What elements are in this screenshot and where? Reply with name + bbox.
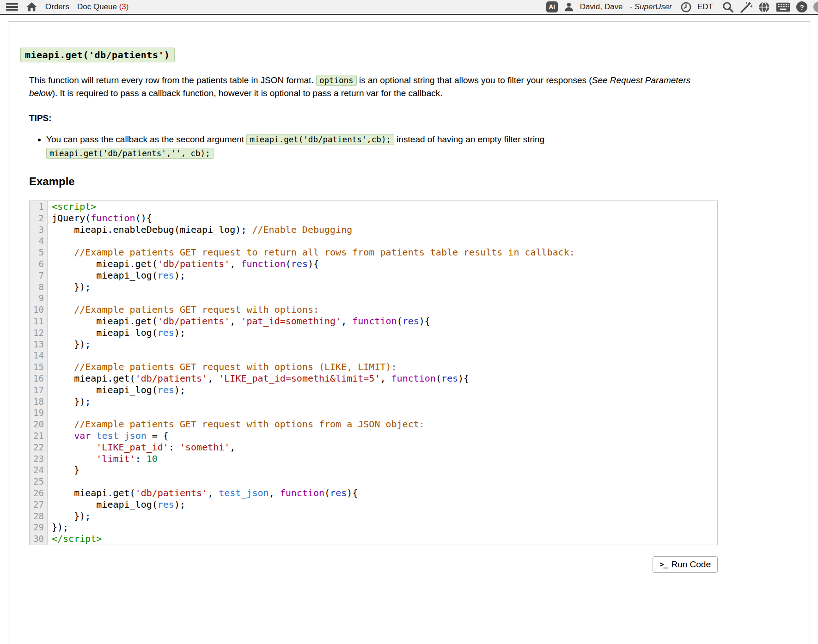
inline-code-empty-filter: mieapi.get('db/patients','', cb); [46,148,214,159]
tip-text-1: You can pass the callback as the second … [46,134,246,144]
code-line: 28 }); [30,510,717,522]
line-number: 21 [30,430,48,442]
code-line: 12 mieapi_log(res); [30,327,717,339]
code-line: 19 [30,407,717,419]
code-line-text: var test_json = { [48,430,169,442]
tip-text-2: instead of having an empty filter string [394,134,544,144]
tip-item: You can pass the callback as the second … [46,133,699,160]
inline-code-options: options [316,75,357,86]
doc-queue-count-badge: (3) [119,2,129,11]
code-line-text: }); [48,522,68,533]
code-line: 13 }); [30,339,717,350]
magic-wand-icon[interactable] [740,1,752,13]
topbar-left: Orders Doc Queue (3) [0,1,128,12]
code-line-text [48,235,52,247]
line-number: 24 [30,464,48,476]
line-number: 20 [30,419,48,430]
code-line: 5 //Example patients GET request to retu… [30,247,717,258]
run-code-button[interactable]: >_Run Code [653,556,718,573]
code-line-text [48,292,52,304]
ai-badge[interactable]: AI [546,1,558,12]
line-number: 12 [30,327,48,339]
globe-icon[interactable] [758,1,770,13]
code-line: 1<script> [30,201,717,213]
line-number: 17 [30,384,48,396]
clock-icon [681,2,691,12]
line-number: 26 [30,487,48,499]
code-line: 29}); [30,522,717,533]
nav-orders[interactable]: Orders [45,2,69,12]
nav-doc-queue[interactable]: Doc Queue (3) [77,2,129,12]
line-number: 30 [30,533,48,545]
intro-text-2: is an optional string that allows you to… [357,75,592,85]
code-line-text: }); [48,339,91,350]
line-number: 5 [30,247,48,258]
code-line-text: }); [48,281,91,293]
code-line: 30</script> [30,533,717,545]
inline-code-callback-second-arg: mieapi.get('db/patients',cb); [246,134,394,145]
doc-queue-label: Doc Queue [77,2,117,11]
line-number: 23 [30,453,48,465]
code-line-text: //Example patients GET request with opti… [48,304,319,316]
line-number: 10 [30,304,48,316]
intro-paragraph: This function will return every row from… [29,74,718,99]
code-line: 18 }); [30,396,717,407]
code-line-text: <script> [48,201,96,213]
code-line: 2jQuery(function(){ [30,213,717,224]
code-line-text: mieapi.get('db/patients', function(res){ [48,258,319,270]
user-icon [564,2,574,12]
code-line: 6 mieapi.get('db/patients', function(res… [30,258,717,270]
intro-text-3: ). It is required to pass a callback fun… [52,88,443,98]
line-number: 8 [30,281,48,293]
code-line: 20 //Example patients GET request with o… [30,419,717,430]
code-line-text: }); [48,510,91,522]
code-line: 9 [30,292,717,304]
home-icon[interactable] [26,1,37,12]
code-line-text: mieapi_log(res); [48,384,185,396]
code-line: 11 mieapi.get('db/patients', 'pat_id=som… [30,316,717,327]
code-line-text: //Example patients GET request with opti… [48,361,397,373]
help-icon[interactable]: ? [796,1,807,12]
content-frame: mieapi.get('db/patients') This function … [8,21,810,644]
user-name: David, Dave [580,2,623,12]
search-icon[interactable] [722,1,734,13]
hamburger-menu-icon[interactable] [6,3,18,11]
code-line-text: 'limit': 10 [48,453,158,465]
code-line: 17 mieapi_log(res); [30,384,717,396]
code-line: 23 'limit': 10 [30,453,717,465]
code-line: 14 [30,350,717,361]
page-title: mieapi.get('db/patients') [20,48,175,62]
line-number: 9 [30,292,48,304]
code-line-text: mieapi.get('db/patients', test_json, fun… [48,487,358,499]
code-line: 3 mieapi.enableDebug(mieapi_log); //Enab… [30,224,717,236]
code-line-text [48,476,52,487]
code-line-text: //Example patients GET request to return… [48,247,575,258]
code-line: 24 } [30,464,717,476]
line-number: 22 [30,442,48,453]
code-line: 4 [30,235,717,247]
code-example-block: 1<script>2jQuery(function(){3 mieapi.ena… [29,200,718,545]
code-line: 25 [30,476,717,487]
line-number: 25 [30,476,48,487]
topbar: Orders Doc Queue (3) AI David, Dave - Su… [0,0,818,15]
code-line-text: </script> [48,533,102,545]
code-line-text: mieapi.enableDebug(mieapi_log); //Enable… [48,224,352,236]
code-line-text: mieapi_log(res); [48,270,185,281]
code-line: 7 mieapi_log(res); [30,270,717,281]
line-number: 1 [30,201,48,213]
intro-text-1: This function will return every row from… [29,75,316,85]
run-code-label: Run Code [671,559,711,570]
line-number: 7 [30,270,48,281]
keyboard-icon[interactable] [776,2,790,12]
code-line: 15 //Example patients GET request with o… [30,361,717,373]
timezone-label: EDT [697,2,713,12]
topbar-right: AI David, Dave - SuperUser EDT ? [546,1,818,13]
code-line-text: 'LIKE_pat_id': 'somethi', [48,442,235,453]
line-number: 11 [30,316,48,327]
code-line-text [48,407,52,419]
code-lines: 1<script>2jQuery(function(){3 mieapi.ena… [30,201,717,545]
line-number: 29 [30,522,48,533]
line-number: 27 [30,499,48,510]
example-heading: Example [29,175,810,188]
code-line: 10 //Example patients GET request with o… [30,304,717,316]
